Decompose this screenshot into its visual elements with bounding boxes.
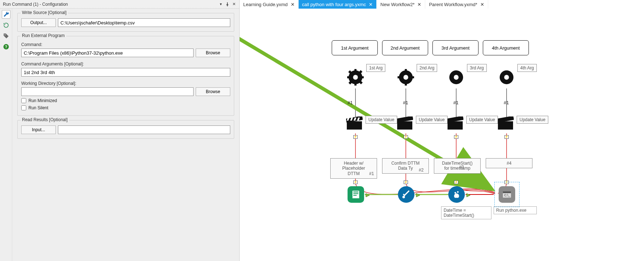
tab-parent-workflow[interactable]: Parent Workflow.yxmd* ✕ xyxy=(425,0,488,9)
svg-rect-31 xyxy=(398,76,400,78)
close-icon[interactable]: ✕ xyxy=(291,2,295,7)
anchor-label: #1 xyxy=(453,100,458,105)
run-minimized-input[interactable] xyxy=(21,98,26,103)
runpy-caption: Run python.exe xyxy=(494,206,537,214)
output-anchor-icon xyxy=(466,192,471,197)
lightning-port-icon: ⚡ xyxy=(404,135,408,139)
svg-rect-53 xyxy=(503,191,511,193)
tab-label: New Workflow2* xyxy=(380,2,414,7)
argument-box-3[interactable]: 3rd Argument xyxy=(432,40,479,55)
clapper-icon[interactable] xyxy=(346,116,363,131)
wrench-icon[interactable] xyxy=(2,10,10,19)
gear-icon[interactable] xyxy=(448,69,464,86)
caption-text: #4 xyxy=(507,161,511,166)
argument-label: 4th Argument xyxy=(492,45,520,51)
args-input[interactable] xyxy=(21,68,230,77)
run-command-tool-icon[interactable]: C:\_ xyxy=(499,186,515,203)
svg-point-49 xyxy=(403,196,405,198)
clapper-icon[interactable] xyxy=(396,116,413,131)
output-anchor-icon xyxy=(366,192,370,197)
read-results-group: Read Results [Optional] Input... xyxy=(17,120,234,139)
gear-icon[interactable] xyxy=(347,69,364,86)
text-input-tool-icon[interactable] xyxy=(348,186,364,203)
arg-tag-2: 2nd Arg xyxy=(417,64,437,72)
tab-label: call python with four args.yxmc xyxy=(302,2,366,7)
output-path-input[interactable] xyxy=(58,18,230,27)
config-panel-title: Run Command (1) - Configuration xyxy=(3,2,217,7)
svg-rect-37 xyxy=(347,121,362,129)
svg-rect-21 xyxy=(347,76,350,78)
argument-box-2[interactable]: 2nd Argument xyxy=(382,40,428,55)
svg-text:C:\_: C:\_ xyxy=(504,193,510,197)
gear-icon[interactable] xyxy=(498,69,515,86)
svg-rect-30 xyxy=(405,83,407,86)
help-icon[interactable]: ? xyxy=(2,42,10,51)
gear-icon[interactable] xyxy=(398,69,414,86)
argument-label: 1st Argument xyxy=(341,45,369,51)
input-button[interactable]: Input... xyxy=(21,125,56,134)
close-icon[interactable]: ✕ xyxy=(480,2,484,7)
svg-rect-19 xyxy=(354,69,357,72)
workdir-input[interactable] xyxy=(21,87,194,96)
lightning-port-icon: ⚡ xyxy=(404,180,408,184)
run-external-group: Run External Program Command: Browse Com… xyxy=(17,36,234,116)
read-results-legend: Read Results [Optional] xyxy=(21,117,69,122)
update-value-tag: Update Value xyxy=(416,116,448,124)
workflow-canvas[interactable]: 1st Argument 2nd Argument 3rd Argument 4… xyxy=(240,9,644,261)
output-anchor-icon xyxy=(416,192,420,197)
run-minimized-label: Run Minimized xyxy=(28,98,57,103)
argument-label: 2nd Argument xyxy=(391,45,420,51)
clapper-icon[interactable] xyxy=(497,116,514,131)
tab-learning-guide[interactable]: Learning Guide.yxmd ✕ xyxy=(240,0,299,9)
argument-box-4[interactable]: 4th Argument xyxy=(483,40,529,55)
config-panel-header: Run Command (1) - Configuration ▾ ✕ xyxy=(0,0,239,9)
close-icon[interactable]: ✕ xyxy=(369,2,373,7)
command-browse-button[interactable]: Browse xyxy=(196,49,230,57)
output-button[interactable]: Output... xyxy=(21,18,56,27)
argument-box-1[interactable]: 1st Argument xyxy=(332,40,378,55)
anchor-label: #1 xyxy=(504,100,509,105)
tag-icon[interactable] xyxy=(2,32,10,40)
input-path-input[interactable] xyxy=(58,125,230,134)
update-value-tag: Update Value xyxy=(517,116,548,124)
clapper-icon[interactable] xyxy=(447,116,463,131)
anchor-num: #3 xyxy=(459,165,464,170)
select-tool-icon[interactable] xyxy=(398,186,414,203)
lightning-port-icon: ⚡ xyxy=(353,135,358,139)
svg-rect-22 xyxy=(361,76,364,78)
tool-caption-4: #4 xyxy=(486,158,532,168)
caption-text: Header w/ Placeholder DTTM xyxy=(342,161,365,176)
close-icon[interactable]: ✕ xyxy=(231,2,236,7)
write-source-legend: Write Source [Optional] xyxy=(21,10,68,15)
pin-icon[interactable] xyxy=(225,2,230,7)
command-input[interactable] xyxy=(21,49,194,57)
config-panel: Run Command (1) - Configuration ▾ ✕ ? xyxy=(0,0,240,261)
refresh-icon[interactable] xyxy=(2,21,10,29)
workdir-browse-button[interactable]: Browse xyxy=(196,87,230,96)
run-silent-input[interactable] xyxy=(21,105,26,110)
arg-tag-3: 3rd Arg xyxy=(467,64,487,72)
svg-point-51 xyxy=(457,191,459,193)
anchor-num: #1 xyxy=(369,171,374,176)
caption-text: DateTimeStart() for timestamp xyxy=(442,161,473,171)
tab-call-python[interactable]: call python with four args.yxmc ✕ xyxy=(299,0,377,9)
tab-label: Parent Workflow.yxmd* xyxy=(429,2,477,7)
svg-rect-32 xyxy=(411,76,414,78)
write-source-group: Write Source [Optional] Output... xyxy=(17,13,234,32)
update-value-tag: Update Value xyxy=(366,116,397,124)
run-minimized-checkbox[interactable]: Run Minimized xyxy=(21,98,230,103)
formula-tool-icon[interactable] xyxy=(448,186,465,203)
tab-new-workflow2[interactable]: New Workflow2* ✕ xyxy=(377,0,425,9)
svg-point-36 xyxy=(504,75,509,79)
anchor-label: #1 xyxy=(403,100,408,105)
close-icon[interactable]: ✕ xyxy=(417,2,421,7)
svg-rect-43 xyxy=(397,121,412,129)
dropdown-icon[interactable]: ▾ xyxy=(218,2,223,7)
svg-point-34 xyxy=(454,75,458,79)
caption-text: Confirm DTTM Data Ty xyxy=(391,161,420,171)
svg-point-50 xyxy=(454,192,456,194)
run-external-legend: Run External Program xyxy=(21,33,66,38)
run-silent-checkbox[interactable]: Run Silent xyxy=(21,105,230,110)
command-label: Command: xyxy=(21,42,230,47)
run-silent-label: Run Silent xyxy=(28,105,48,110)
